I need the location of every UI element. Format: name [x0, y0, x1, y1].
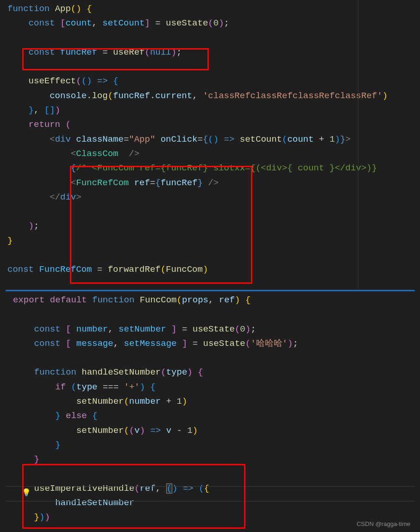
keyword: function	[7, 4, 50, 14]
highlight-box-2	[70, 166, 252, 284]
watermark: CSDN @ragga-time	[357, 520, 410, 527]
ruler-line	[358, 0, 358, 290]
fn-name: App	[55, 4, 71, 14]
highlight-box-3	[22, 464, 245, 529]
top-editor-pane: function App() { const [count, setCount]…	[0, 0, 420, 290]
bottom-editor-pane: export default function FuncCom(props, r…	[6, 290, 415, 530]
highlight-box-1	[22, 48, 209, 70]
lightbulb-icon[interactable]: 💡	[22, 488, 31, 497]
